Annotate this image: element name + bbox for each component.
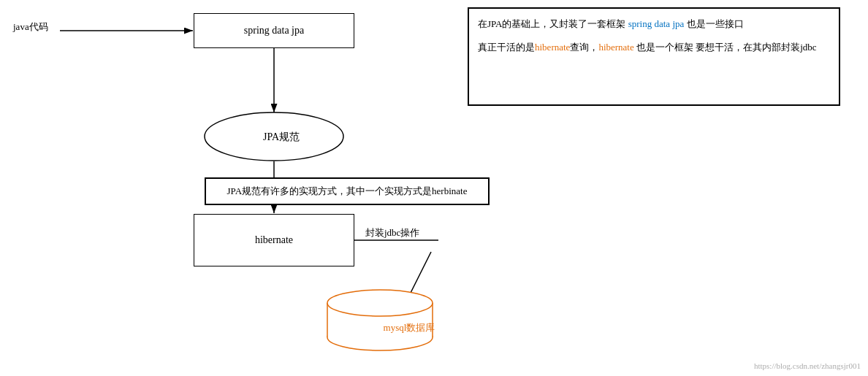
- hibernate-highlight: hibernate: [535, 42, 570, 53]
- spring-data-jpa-box: spring data jpa: [194, 13, 354, 48]
- info-box: 在JPA的基础上，又封装了一套框架 spring data jpa 也是一些接口…: [468, 7, 840, 106]
- svg-line-4: [406, 252, 431, 303]
- svg-point-9: [327, 290, 433, 316]
- info-line1: 在JPA的基础上，又封装了一套框架 spring data jpa 也是一些接口: [478, 16, 830, 32]
- java-code-label: java代码: [13, 20, 48, 34]
- jdbc-label: 封装jdbc操作: [365, 226, 419, 239]
- watermark: https://blog.csdn.net/zhangsjr001: [754, 361, 861, 370]
- jpa-ellipse-label: JPA规范: [212, 113, 351, 161]
- jpa-note-box: JPA规范有许多的实现方式，其中一个实现方式是herbinate: [205, 177, 490, 205]
- hibernate-highlight2: hibernate: [598, 42, 633, 53]
- spring-data-jpa-highlight: spring data jpa: [628, 18, 685, 29]
- hibernate-box: hibernate: [194, 214, 354, 266]
- mysql-label: mysql数据库: [351, 321, 468, 334]
- info-line2: 真正干活的是hibernate查询，hibernate 也是一个框架 要想干活，…: [478, 39, 830, 55]
- diagram-container: java代码 spring data jpa 在JPA的基础上，又封装了一套框架…: [0, 0, 868, 376]
